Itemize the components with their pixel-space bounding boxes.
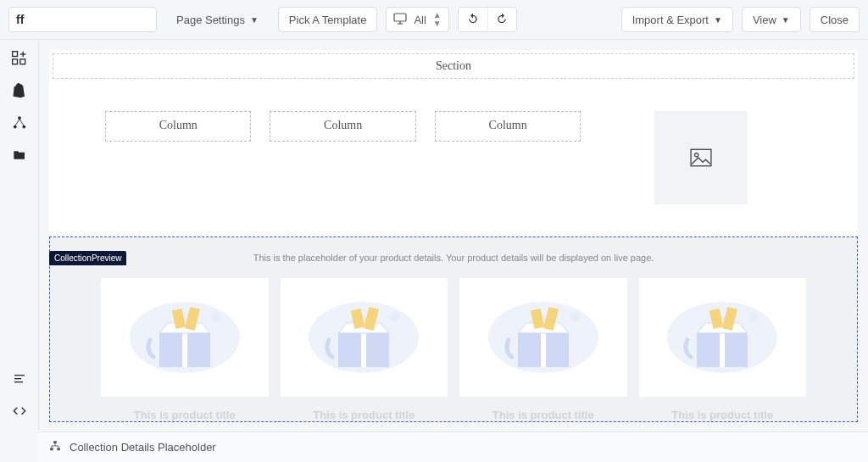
svg-line-11 [15, 120, 19, 126]
undo-icon [467, 13, 479, 25]
product-image-placeholder [101, 278, 269, 397]
main-area: Section Column Column Column CollectionP… [0, 40, 868, 431]
page-settings-label: Page Settings [176, 14, 245, 26]
device-label: All [414, 14, 426, 26]
product-card: This is product title [459, 278, 627, 421]
pick-template-button[interactable]: Pick A Template [278, 7, 378, 32]
view-button[interactable]: View ▼ [742, 7, 801, 32]
top-toolbar: Page Settings ▼ Pick A Template All ▲▼ I… [0, 0, 868, 40]
sort-icon: ▲▼ [433, 11, 442, 28]
box-icon [121, 291, 248, 384]
caret-down-icon: ▼ [782, 15, 790, 25]
svg-point-10 [22, 125, 25, 129]
product-card: This is product title [101, 278, 269, 421]
product-image-placeholder [639, 278, 807, 397]
preview-notice: This is the placeholder of your product … [60, 253, 847, 263]
svg-point-8 [18, 116, 21, 120]
desktop-icon [393, 13, 407, 27]
device-select[interactable]: All ▲▼ [386, 7, 448, 32]
left-rail [0, 40, 39, 431]
product-title: This is product title [459, 409, 627, 421]
svg-point-49 [748, 311, 759, 321]
svg-rect-44 [720, 333, 725, 367]
product-title: This is product title [101, 409, 269, 421]
svg-rect-0 [394, 14, 406, 21]
caret-down-icon: ▼ [250, 15, 259, 25]
section-block[interactable]: Section Column Column Column [49, 50, 858, 237]
product-image-placeholder [281, 278, 448, 397]
image-placeholder [654, 111, 748, 204]
redo-button[interactable] [487, 8, 516, 31]
caret-down-icon: ▼ [714, 15, 722, 25]
close-button[interactable]: Close [810, 7, 860, 32]
svg-rect-50 [53, 441, 57, 443]
image-icon [690, 148, 712, 167]
column-placeholder[interactable]: Column [105, 111, 251, 142]
canvas: Section Column Column Column CollectionP… [39, 40, 868, 431]
view-label: View [753, 14, 776, 26]
products-row: This is product title This is product ti… [60, 278, 847, 421]
page-settings-button[interactable]: Page Settings ▼ [165, 7, 270, 32]
box-icon [659, 291, 786, 384]
product-title: This is product title [281, 409, 448, 421]
undo-button[interactable] [459, 8, 487, 31]
svg-point-25 [211, 311, 221, 321]
column-placeholder[interactable]: Column [270, 111, 415, 142]
svg-point-41 [570, 311, 580, 321]
redo-icon [496, 13, 508, 25]
product-title: This is product title [639, 409, 807, 421]
page-title-input[interactable] [8, 7, 157, 32]
svg-rect-36 [541, 333, 546, 367]
collection-preview-tag[interactable]: CollectionPreview [49, 251, 126, 265]
svg-rect-20 [182, 333, 187, 367]
add-element-icon[interactable] [11, 50, 28, 67]
outline-icon[interactable] [11, 371, 28, 388]
import-export-label: Import & Export [632, 14, 709, 26]
svg-rect-51 [50, 448, 53, 450]
import-export-button[interactable]: Import & Export ▼ [621, 7, 733, 32]
image-element[interactable] [599, 111, 802, 204]
svg-rect-52 [57, 448, 60, 450]
shopify-icon[interactable] [11, 82, 28, 99]
svg-rect-3 [12, 52, 17, 57]
svg-line-12 [19, 120, 24, 126]
collection-preview-block[interactable]: This is the placeholder of your product … [49, 237, 858, 422]
svg-rect-16 [691, 149, 711, 166]
column-placeholder[interactable]: Column [435, 111, 581, 142]
product-image-placeholder [459, 278, 627, 397]
svg-point-9 [13, 125, 16, 129]
box-icon [480, 291, 607, 384]
box-icon [300, 291, 427, 384]
history-group [458, 7, 517, 32]
breadcrumb-label[interactable]: Collection Details Placeholder [70, 441, 216, 454]
structure-icon[interactable] [11, 114, 28, 131]
row-block: Column Column Column [53, 82, 854, 233]
svg-rect-28 [361, 333, 366, 367]
product-card: This is product title [639, 278, 807, 421]
sitemap-icon [49, 440, 61, 454]
svg-rect-4 [12, 59, 17, 64]
svg-rect-5 [19, 59, 25, 64]
product-card: This is product title [281, 278, 448, 421]
breadcrumb-bar: Collection Details Placeholder [39, 431, 868, 462]
code-icon[interactable] [11, 404, 28, 420]
svg-point-17 [694, 153, 698, 157]
section-label: Section [53, 53, 854, 79]
svg-point-33 [390, 311, 400, 321]
folder-icon[interactable] [11, 147, 28, 164]
